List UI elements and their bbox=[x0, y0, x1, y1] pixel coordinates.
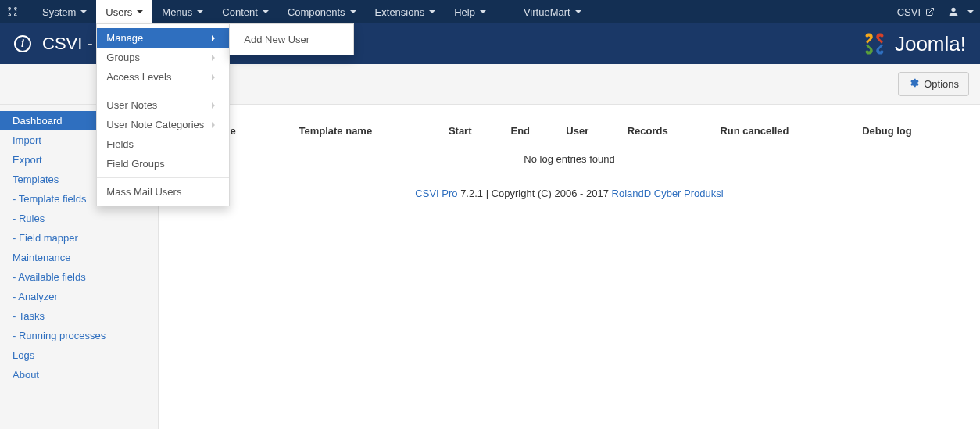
topnav-frontend-link[interactable]: CSVI bbox=[897, 6, 935, 18]
users-menu-access-levels[interactable]: Access Levels bbox=[97, 67, 229, 87]
chevron-down-icon bbox=[575, 10, 581, 13]
sidebar-item-available-fields[interactable]: - Available fields bbox=[0, 267, 158, 287]
logs-table: Action type Template name Start End User… bbox=[174, 117, 964, 173]
users-menu-field-groups[interactable]: Field Groups bbox=[97, 154, 229, 173]
sidebar-item-running-processes[interactable]: - Running processes bbox=[0, 326, 158, 345]
main-content: Action type Template name Start End User… bbox=[159, 105, 980, 429]
users-menu-fields[interactable]: Fields bbox=[97, 134, 229, 154]
sidebar-item-maintenance[interactable]: Maintenance bbox=[0, 248, 158, 267]
user-icon bbox=[947, 5, 960, 18]
topnav-item-system[interactable]: System bbox=[33, 0, 96, 23]
topnav-item-virtuemart[interactable]: VirtueMart bbox=[514, 0, 591, 23]
chevron-down-icon bbox=[80, 10, 87, 13]
admin-topbar: System Users Manage Add New User Groups … bbox=[0, 0, 980, 23]
chevron-down-icon bbox=[480, 10, 486, 13]
topnav-menu: System Users Manage Add New User Groups … bbox=[33, 0, 591, 23]
sidebar-item-logs[interactable]: Logs bbox=[0, 345, 158, 365]
joomla-icon[interactable] bbox=[6, 5, 19, 18]
topnav-item-content[interactable]: Content bbox=[213, 0, 278, 23]
chevron-down-icon bbox=[429, 10, 435, 13]
chevron-down-icon bbox=[197, 10, 203, 13]
footer-product-link[interactable]: CSVI Pro bbox=[415, 188, 457, 199]
col-end[interactable]: End bbox=[505, 117, 560, 145]
col-run-cancelled[interactable]: Run cancelled bbox=[714, 117, 856, 145]
chevron-right-icon bbox=[212, 35, 215, 41]
chevron-right-icon bbox=[212, 74, 215, 80]
sidebar-item-tasks[interactable]: - Tasks bbox=[0, 306, 158, 326]
users-menu-manage[interactable]: Manage Add New User bbox=[97, 28, 229, 48]
menu-divider bbox=[97, 91, 229, 91]
topnav-user-menu[interactable] bbox=[947, 5, 974, 18]
topnav-item-menus[interactable]: Menus bbox=[152, 0, 213, 23]
gear-icon bbox=[908, 77, 919, 91]
info-icon: i bbox=[14, 35, 31, 52]
topnav-item-help[interactable]: Help bbox=[445, 0, 495, 23]
topnav-item-users[interactable]: Users Manage Add New User Groups Access … bbox=[96, 0, 152, 23]
chevron-down-icon bbox=[967, 10, 974, 13]
sidebar-item-rules[interactable]: - Rules bbox=[0, 209, 158, 228]
users-menu-groups[interactable]: Groups bbox=[97, 48, 229, 67]
joomla-logo-text: Joomla! bbox=[895, 32, 966, 56]
svg-line-0 bbox=[929, 9, 934, 13]
component-footer: CSVI Pro 7.2.1 | Copyright (C) 2006 - 20… bbox=[174, 173, 964, 213]
col-user[interactable]: User bbox=[560, 117, 621, 145]
sidebar-item-about[interactable]: About bbox=[0, 365, 158, 384]
sidebar-item-field-mapper[interactable]: - Field mapper bbox=[0, 228, 158, 248]
topnav-item-components[interactable]: Components bbox=[278, 0, 366, 23]
users-menu-user-notes[interactable]: User Notes bbox=[97, 95, 229, 115]
users-menu-user-note-categories[interactable]: User Note Categories bbox=[97, 115, 229, 134]
empty-row: No log entries found bbox=[174, 145, 964, 173]
options-button[interactable]: Options bbox=[898, 72, 969, 96]
col-start[interactable]: Start bbox=[442, 117, 505, 145]
chevron-down-icon bbox=[263, 10, 269, 13]
users-manage-add-new[interactable]: Add New User bbox=[230, 28, 353, 51]
joomla-logo[interactable]: Joomla! bbox=[860, 30, 966, 58]
topnav-item-extensions[interactable]: Extensions bbox=[366, 0, 445, 23]
footer-vendor-link[interactable]: RolandD Cyber Produksi bbox=[612, 188, 724, 199]
chevron-right-icon bbox=[212, 55, 215, 61]
sidebar-item-analyzer[interactable]: - Analyzer bbox=[0, 287, 158, 306]
chevron-down-icon bbox=[137, 10, 143, 13]
chevron-right-icon bbox=[212, 102, 215, 109]
users-menu-mass-mail[interactable]: Mass Mail Users bbox=[97, 182, 229, 202]
users-manage-submenu: Add New User bbox=[229, 23, 354, 55]
options-button-label: Options bbox=[924, 78, 959, 90]
external-link-icon bbox=[925, 7, 935, 16]
col-template-name[interactable]: Template name bbox=[292, 117, 442, 145]
col-records[interactable]: Records bbox=[621, 117, 714, 145]
chevron-down-icon bbox=[350, 10, 356, 13]
menu-divider bbox=[97, 177, 229, 178]
users-dropdown: Manage Add New User Groups Access Levels… bbox=[96, 23, 230, 206]
col-debug-log[interactable]: Debug log bbox=[856, 117, 964, 145]
footer-version-text: 7.2.1 | Copyright (C) 2006 - 2017 bbox=[458, 188, 612, 199]
chevron-right-icon bbox=[212, 122, 215, 128]
